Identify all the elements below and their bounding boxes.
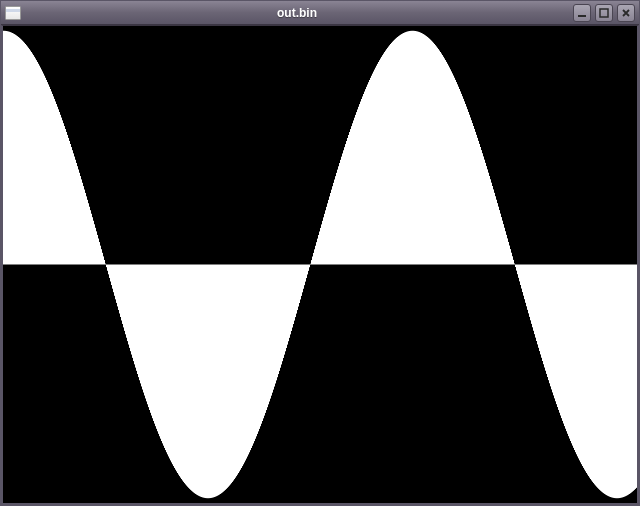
minimize-icon: [577, 8, 587, 18]
waveform-plot: [3, 26, 637, 503]
svg-rect-0: [578, 15, 586, 17]
window-title: out.bin: [27, 6, 567, 20]
minimize-button[interactable]: [573, 4, 591, 22]
window: out.bin: [0, 0, 640, 506]
maximize-icon: [599, 8, 609, 18]
maximize-button[interactable]: [595, 4, 613, 22]
close-button[interactable]: [617, 4, 635, 22]
app-icon: [5, 6, 21, 20]
window-buttons: [573, 4, 635, 22]
svg-rect-1: [600, 9, 608, 17]
close-icon: [621, 8, 631, 18]
waveform-viewport: [1, 25, 639, 505]
titlebar[interactable]: out.bin: [1, 1, 639, 25]
